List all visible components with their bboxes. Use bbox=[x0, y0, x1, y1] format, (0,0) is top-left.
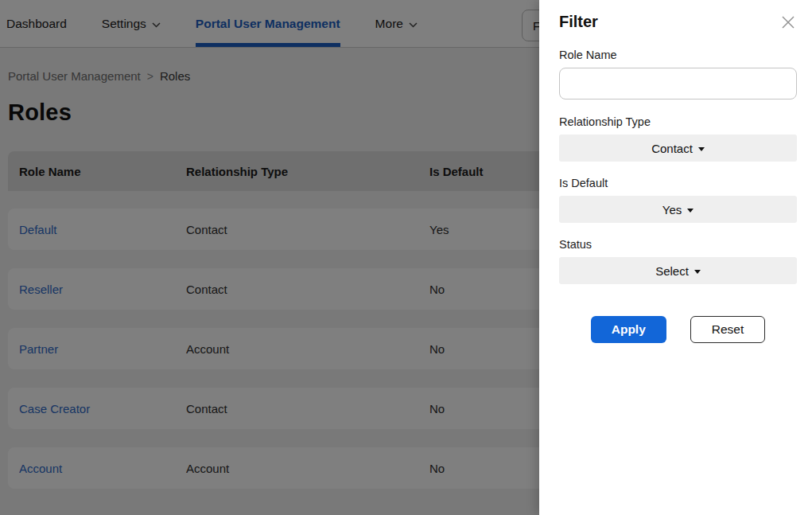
caret-down-icon bbox=[698, 147, 705, 151]
status-dropdown-value: Select bbox=[655, 264, 689, 278]
is-default-dropdown[interactable]: Yes bbox=[559, 196, 797, 223]
relationship-type-dropdown[interactable]: Contact bbox=[559, 135, 797, 162]
status-dropdown[interactable]: Select bbox=[559, 257, 797, 284]
app-screen: Dashboard Settings Portal User Managemen… bbox=[0, 0, 812, 515]
relationship-type-field-label: Relationship Type bbox=[559, 115, 797, 128]
close-button[interactable] bbox=[779, 14, 797, 31]
caret-down-icon bbox=[694, 270, 701, 274]
apply-button[interactable]: Apply bbox=[591, 316, 666, 343]
filter-drawer-header: Filter bbox=[559, 13, 797, 31]
filter-drawer: Filter Role Name Relationship Type Conta… bbox=[539, 0, 812, 515]
is-default-dropdown-value: Yes bbox=[662, 203, 682, 217]
filter-drawer-actions: Apply Reset bbox=[559, 316, 797, 343]
reset-button[interactable]: Reset bbox=[690, 316, 766, 343]
role-name-input[interactable] bbox=[559, 68, 797, 99]
status-field-label: Status bbox=[559, 238, 797, 251]
role-name-field-label: Role Name bbox=[559, 49, 797, 61]
filter-drawer-title: Filter bbox=[559, 13, 598, 31]
caret-down-icon bbox=[687, 209, 694, 213]
close-icon bbox=[780, 14, 796, 30]
is-default-field-label: Is Default bbox=[559, 177, 797, 189]
relationship-type-dropdown-value: Contact bbox=[651, 142, 693, 155]
